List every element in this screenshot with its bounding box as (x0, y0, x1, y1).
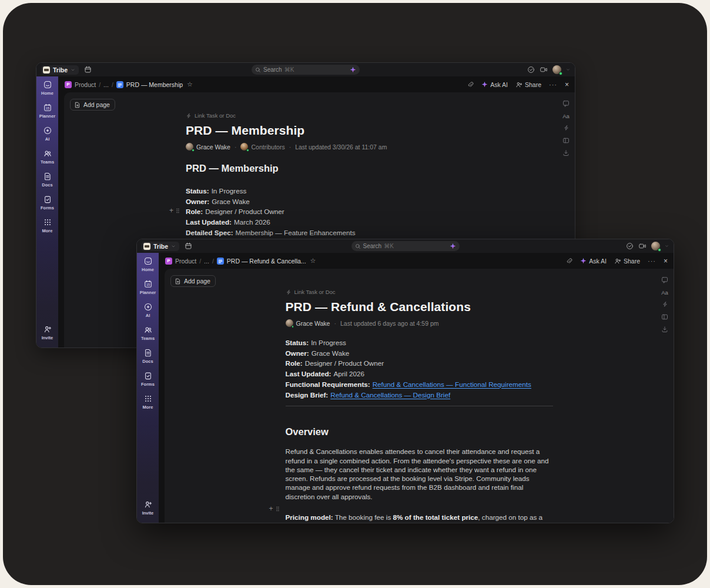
doc-title[interactable]: PRD — Membership (186, 123, 453, 138)
breadcrumb-page[interactable]: PRD — Membership (126, 81, 183, 88)
sidebar-item-docs[interactable]: Docs (137, 349, 159, 367)
meta-row[interactable]: Owner:Grace Wake (186, 196, 453, 207)
sidebar-item-home[interactable]: Home (36, 81, 58, 99)
export-download-icon[interactable] (562, 149, 570, 156)
layout-panel-icon[interactable] (562, 137, 570, 144)
sidebar-item-teams[interactable]: Teams (36, 149, 58, 168)
sidebar-item-invite[interactable]: Invite (36, 325, 58, 343)
layout-panel-icon[interactable] (661, 313, 668, 320)
sidebar-item-label: Home (41, 91, 53, 96)
block-handles[interactable]: + (169, 207, 180, 214)
link-task-or-doc-button[interactable]: Link Task or Doc (286, 289, 553, 295)
favorite-star-icon[interactable]: ☆ (310, 257, 316, 265)
task-check-icon[interactable] (527, 66, 535, 74)
overview-heading[interactable]: Overview (286, 426, 553, 437)
clip-record-icon[interactable] (638, 242, 647, 250)
close-button[interactable]: × (565, 81, 569, 89)
meta-row[interactable]: Status:In Progress (186, 186, 453, 196)
drag-handle-icon[interactable] (176, 208, 180, 214)
workspace-name: Tribe (53, 66, 68, 74)
user-avatar[interactable] (651, 242, 660, 250)
breadcrumb-ellipsis[interactable]: ... (103, 81, 109, 88)
favorite-star-icon[interactable]: ☆ (187, 81, 193, 88)
sidebar-item-home[interactable]: Home (137, 257, 159, 275)
attachment-icon[interactable] (467, 81, 474, 88)
comment-icon[interactable] (562, 100, 570, 107)
add-page-button[interactable]: Add page (70, 99, 115, 111)
search-shortcut: ⌘K (384, 243, 394, 249)
export-download-icon[interactable] (661, 326, 668, 333)
more-options-button[interactable]: ··· (549, 81, 557, 88)
workspace-switcher[interactable]: Tribe (142, 242, 179, 251)
meta-row[interactable]: Functional Requirements:Refund & Cancell… (286, 379, 553, 390)
add-block-icon[interactable]: + (169, 207, 173, 214)
ask-ai-button[interactable]: Ask AI (580, 258, 607, 265)
sidebar-item-forms[interactable]: Forms (137, 372, 159, 390)
meta-row[interactable]: Design Brief:Refund & Cancellations — De… (286, 390, 553, 400)
meta-row[interactable]: Last Updated:March 2026 (186, 217, 453, 228)
doc-title[interactable]: PRD — Refund & Cancellations (286, 300, 553, 314)
share-button[interactable]: Share (614, 258, 640, 265)
chevron-down-icon (566, 68, 570, 72)
calendar-icon[interactable] (84, 66, 92, 74)
docs-icon (43, 172, 52, 181)
task-check-icon[interactable] (626, 242, 634, 250)
ask-ai-button[interactable]: Ask AI (481, 81, 508, 88)
search-input[interactable]: Search ⌘K (351, 241, 460, 251)
sidebar-item-forms[interactable]: Forms (36, 195, 58, 213)
share-button[interactable]: Share (515, 81, 541, 88)
sidebar-item-more[interactable]: More (36, 218, 58, 236)
sidebar-item-ai[interactable]: AI (36, 126, 58, 145)
meta-row[interactable]: Role:Designer / Product Owner (286, 358, 553, 369)
functional-requirements-link[interactable]: Refund & Cancellations — Functional Requ… (373, 380, 531, 388)
meta-row[interactable]: Detailed Spec:Membership — Feature Enhan… (186, 228, 453, 238)
doc-side-rail: Aa (562, 100, 570, 156)
sidebar-item-invite[interactable]: Invite (137, 500, 159, 519)
design-brief-link[interactable]: Refund & Cancellations — Design Brief (330, 391, 450, 399)
sidebar-item-planner[interactable]: 15 Planner (137, 280, 159, 298)
breadcrumb-ellipsis[interactable]: ... (204, 258, 209, 265)
workspace-switcher[interactable]: Tribe (41, 65, 79, 75)
sidebar-item-teams[interactable]: Teams (137, 326, 159, 344)
drag-handle-icon[interactable] (276, 506, 280, 512)
user-avatar[interactable] (552, 65, 561, 74)
add-block-icon[interactable]: + (269, 505, 273, 512)
author-avatar[interactable] (286, 319, 293, 327)
meta-row[interactable]: Status:In Progress (286, 338, 553, 348)
contributors-label[interactable]: Contributors (251, 143, 284, 151)
typography-icon[interactable]: Aa (661, 289, 668, 296)
author-name[interactable]: Grace Wake (196, 143, 230, 151)
link-task-icon[interactable] (662, 301, 668, 308)
meta-row[interactable]: Owner:Grace Wake (286, 348, 553, 359)
author-name[interactable]: Grace Wake (296, 320, 330, 327)
breadcrumb-page[interactable]: PRD — Refund & Cancella... (227, 258, 306, 265)
online-status-dot (246, 149, 249, 152)
clip-record-icon[interactable] (540, 66, 548, 74)
block-handles[interactable]: + (269, 505, 280, 512)
meta-row[interactable]: + Role:Designer / Product Owner (186, 206, 453, 217)
sidebar-item-label: Docs (42, 182, 52, 188)
breadcrumb-product[interactable]: Product (175, 258, 196, 265)
pricing-paragraph[interactable]: + Pricing model: The booking fee is 8% o… (286, 513, 553, 523)
attachment-icon[interactable] (565, 258, 572, 265)
meta-row[interactable]: Last Updated:April 2026 (286, 369, 553, 379)
search-input[interactable]: Search ⌘K (252, 65, 360, 75)
author-avatar[interactable] (186, 143, 193, 151)
link-task-icon[interactable] (563, 125, 570, 131)
overview-paragraph[interactable]: Refund & Cancellations enables attendees… (286, 447, 553, 501)
link-task-or-doc-button[interactable]: Link Task or Doc (186, 112, 453, 119)
sidebar-item-more[interactable]: More (137, 395, 159, 413)
add-page-button[interactable]: Add page (170, 275, 216, 287)
contributor-avatar[interactable] (240, 143, 248, 151)
more-options-button[interactable]: ··· (648, 258, 656, 265)
section-heading[interactable]: PRD — Membership (186, 163, 453, 174)
sidebar-item-ai[interactable]: AI (137, 303, 159, 321)
close-button[interactable]: × (664, 257, 668, 265)
breadcrumb-product[interactable]: Product (75, 81, 96, 88)
chevron-down-icon (665, 244, 669, 248)
sidebar-item-planner[interactable]: 15 Planner (36, 103, 58, 122)
typography-icon[interactable]: Aa (562, 113, 570, 119)
comment-icon[interactable] (661, 276, 668, 283)
calendar-icon[interactable] (185, 242, 192, 250)
sidebar-item-docs[interactable]: Docs (36, 172, 58, 191)
